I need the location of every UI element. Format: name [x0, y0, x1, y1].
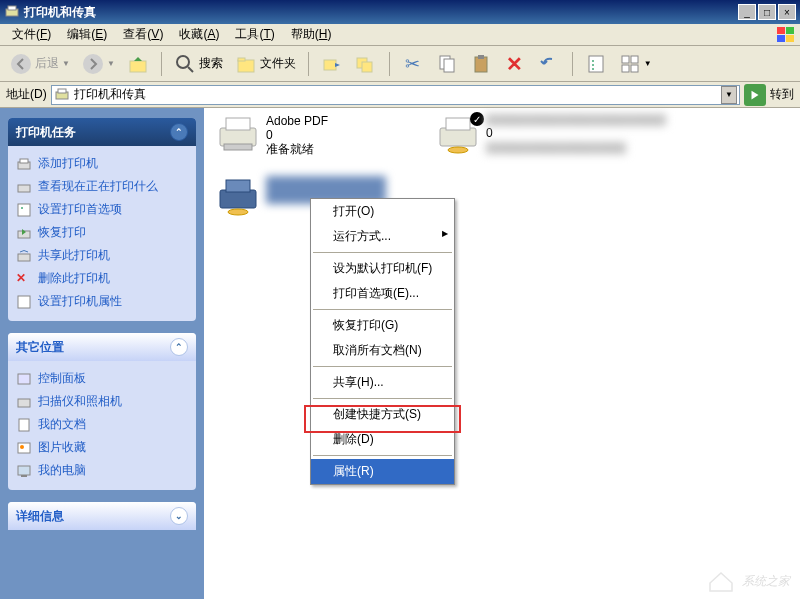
- go-button[interactable]: [744, 84, 766, 106]
- menu-favorites[interactable]: 收藏(A): [171, 23, 227, 46]
- printer-fax-icon: [54, 87, 70, 103]
- menu-tools[interactable]: 工具(T): [227, 23, 282, 46]
- other-places-header[interactable]: 其它位置 ⌃: [8, 333, 196, 361]
- up-button[interactable]: [123, 51, 153, 77]
- menubar: 文件(F) 编辑(E) 查看(V) 收藏(A) 工具(T) 帮助(H): [0, 24, 800, 46]
- network-printer-icon: [214, 176, 262, 216]
- scanner-icon: [16, 394, 32, 410]
- other-places-panel: 其它位置 ⌃ 控制面板 扫描仪和照相机 我的文档 图片收藏 我的电脑: [8, 333, 196, 490]
- resume-icon: [16, 225, 32, 241]
- printer-add-icon: [16, 156, 32, 172]
- link-pictures[interactable]: 图片收藏: [16, 436, 188, 459]
- properties-button[interactable]: [581, 51, 611, 77]
- copy-icon: [436, 53, 458, 75]
- delete-icon: ✕: [16, 271, 32, 287]
- svg-rect-48: [440, 128, 476, 146]
- svg-rect-12: [238, 58, 245, 61]
- folder-up-icon: [127, 53, 149, 75]
- copy-button[interactable]: [432, 51, 462, 77]
- ctx-delete[interactable]: 删除(D): [311, 427, 454, 452]
- maximize-button[interactable]: □: [758, 4, 776, 20]
- svg-rect-39: [18, 399, 30, 407]
- address-bar: 地址(D) 打印机和传真 ▼ 转到: [0, 82, 800, 108]
- control-panel-icon: [16, 371, 32, 387]
- svg-rect-49: [446, 118, 470, 130]
- ctx-open[interactable]: 打开(O): [311, 199, 454, 224]
- network-printer-icon: ✓: [434, 114, 482, 154]
- properties-icon: [585, 53, 607, 75]
- svg-rect-18: [475, 57, 487, 72]
- move-to-button[interactable]: [317, 51, 347, 77]
- ctx-cancel-all[interactable]: 取消所有文档(N): [311, 338, 454, 363]
- task-add-printer[interactable]: 添加打印机: [16, 152, 188, 175]
- link-computer[interactable]: 我的电脑: [16, 459, 188, 482]
- svg-rect-13: [324, 60, 336, 70]
- move-to-icon: [321, 53, 343, 75]
- menu-file[interactable]: 文件(F): [4, 23, 59, 46]
- delete-button[interactable]: ✕: [500, 51, 530, 77]
- svg-rect-20: [589, 56, 603, 72]
- task-delete[interactable]: ✕删除此打印机: [16, 267, 188, 290]
- task-preferences[interactable]: 设置打印首选项: [16, 198, 188, 221]
- close-button[interactable]: ×: [778, 4, 796, 20]
- copy-to-icon: [355, 53, 377, 75]
- menu-help[interactable]: 帮助(H): [283, 23, 340, 46]
- link-documents[interactable]: 我的文档: [16, 413, 188, 436]
- search-icon: [174, 53, 196, 75]
- printer-icon: [16, 179, 32, 195]
- svg-point-21: [592, 60, 594, 62]
- address-dropdown-button[interactable]: ▼: [721, 86, 737, 104]
- task-properties[interactable]: 设置打印机属性: [16, 290, 188, 313]
- ctx-runas[interactable]: 运行方式...▶: [311, 224, 454, 249]
- submenu-arrow-icon: ▶: [442, 229, 448, 238]
- task-see-printing[interactable]: 查看现在正在打印什么: [16, 175, 188, 198]
- task-resume[interactable]: 恢复打印: [16, 221, 188, 244]
- menu-edit[interactable]: 编辑(E): [59, 23, 115, 46]
- paste-button[interactable]: [466, 51, 496, 77]
- folders-icon: [235, 53, 257, 75]
- search-button[interactable]: 搜索: [170, 51, 227, 77]
- documents-icon: [16, 417, 32, 433]
- cut-button[interactable]: ✂: [398, 51, 428, 77]
- ctx-properties[interactable]: 属性(R): [311, 459, 454, 484]
- link-scanners[interactable]: 扫描仪和照相机: [16, 390, 188, 413]
- svg-rect-29: [58, 89, 66, 93]
- ctx-resume[interactable]: 恢复打印(G): [311, 313, 454, 338]
- svg-rect-32: [18, 185, 30, 192]
- svg-rect-8: [130, 61, 146, 72]
- svg-rect-33: [18, 204, 30, 216]
- copy-to-button[interactable]: [351, 51, 381, 77]
- separator: [308, 52, 309, 76]
- svg-point-42: [20, 445, 24, 449]
- printer-status-redacted: [486, 142, 626, 154]
- views-button[interactable]: ▼: [615, 51, 656, 77]
- task-share[interactable]: 共享此打印机: [16, 244, 188, 267]
- svg-rect-1: [8, 6, 16, 10]
- svg-rect-4: [777, 35, 785, 42]
- svg-rect-15: [362, 62, 372, 72]
- printer-item-network[interactable]: ✓ 0: [434, 114, 666, 154]
- svg-point-34: [21, 207, 23, 209]
- ctx-preferences[interactable]: 打印首选项(E)...: [311, 281, 454, 306]
- undo-button[interactable]: [534, 51, 564, 77]
- svg-rect-37: [18, 296, 30, 308]
- printer-item-adobe-pdf[interactable]: Adobe PDF 0 准备就绪: [214, 114, 328, 156]
- separator: [313, 366, 452, 367]
- link-control-panel[interactable]: 控制面板: [16, 367, 188, 390]
- printer-fax-icon: [4, 4, 20, 20]
- menu-view[interactable]: 查看(V): [115, 23, 171, 46]
- ctx-set-default[interactable]: 设为默认打印机(F): [311, 256, 454, 281]
- ctx-share[interactable]: 共享(H)...: [311, 370, 454, 395]
- svg-point-6: [11, 54, 31, 74]
- svg-rect-45: [220, 128, 256, 146]
- address-input[interactable]: 打印机和传真 ▼: [51, 85, 740, 105]
- ctx-shortcut[interactable]: 创建快捷方式(S): [311, 402, 454, 427]
- minimize-button[interactable]: _: [738, 4, 756, 20]
- svg-rect-47: [224, 144, 252, 150]
- back-button[interactable]: 后退 ▼: [6, 51, 74, 77]
- forward-button[interactable]: ▼: [78, 51, 119, 77]
- printer-tasks-header[interactable]: 打印机任务 ⌃: [8, 118, 196, 146]
- details-header[interactable]: 详细信息 ⌄: [8, 502, 196, 530]
- svg-point-9: [177, 56, 189, 68]
- folders-button[interactable]: 文件夹: [231, 51, 300, 77]
